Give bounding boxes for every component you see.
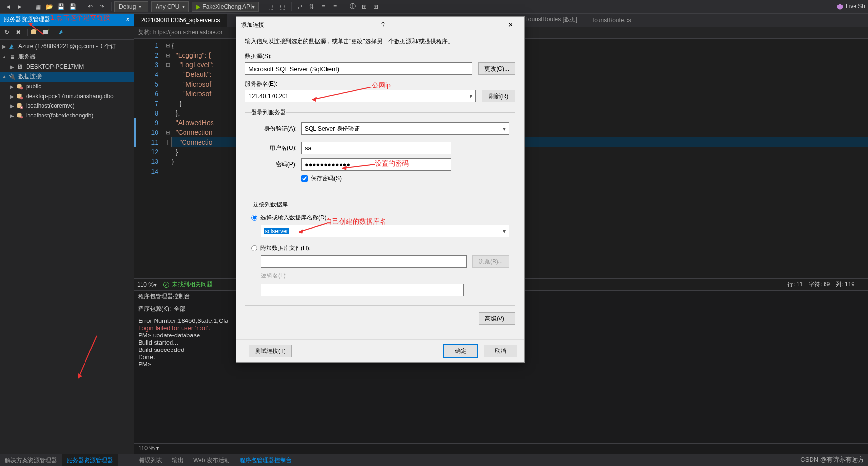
save-password-checkbox[interactable] (301, 175, 308, 182)
dialog-instruction: 输入信息以连接到选定的数据源，或单击"更改"选择另一个数据源和/或提供程序。 (245, 37, 515, 45)
svg-text:+: + (47, 29, 50, 33)
tree-servers[interactable]: ▲🖥服务器 (0, 52, 134, 62)
toolbar-icon-8[interactable]: ⊞ (359, 1, 370, 12)
toolbar-icon-7[interactable]: ⓘ (347, 1, 358, 12)
nav-back-icon[interactable]: ◄ (3, 1, 14, 12)
toolbar-icon-1[interactable]: ⬚ (265, 1, 276, 12)
undo-icon[interactable]: ↶ (85, 1, 96, 12)
bottom-left-tabstrip: 解决方案资源管理器 服务器资源管理器 (0, 454, 118, 466)
panel-title: 服务器资源管理器 ✕ (0, 14, 134, 26)
pm-source-dropdown[interactable]: 全部 (174, 305, 185, 313)
db-file-input (261, 255, 467, 268)
test-connection-button[interactable]: 测试连接(T) (249, 345, 292, 357)
data-conn-icon: 🔌 (8, 73, 16, 81)
tree-data-connections[interactable]: ▲🔌数据连接 (0, 72, 134, 82)
config-dropdown[interactable]: Debug (114, 1, 148, 12)
tab-file[interactable]: TouristRoute.cs (584, 14, 639, 27)
server-icon: 🖥 (15, 63, 24, 71)
save-all-icon[interactable]: 💾 (67, 1, 78, 12)
tree-azure[interactable]: ▶Azure (1768894221@qq.com - 0 个订 (0, 42, 134, 52)
svg-text:+: + (35, 29, 38, 33)
username-input[interactable] (301, 142, 451, 154)
tree-desktop[interactable]: ▶🖥DESKTOP-PCE17MM (0, 62, 134, 72)
tree-db-item[interactable]: ▶desktop-pce17mm.dianshang.dbo (0, 91, 134, 101)
toolbar-icon-5[interactable]: ≡ (318, 1, 328, 12)
database-icon (15, 92, 24, 100)
new-icon[interactable]: ▦ (32, 1, 43, 12)
auth-combo[interactable]: SQL Server 身份验证 (301, 122, 509, 135)
cursor-position: 行: 11字符: 69列: 119 (787, 280, 860, 289)
check-icon: ✓ (163, 282, 169, 288)
advanced-button[interactable]: 高级(V)... (479, 312, 515, 325)
live-share-button[interactable]: Live Sh (837, 3, 865, 10)
db-attach-radio-input[interactable] (251, 245, 257, 251)
db-attach-radio[interactable]: 附加数据库文件(H): (251, 244, 509, 252)
db-select-radio-input[interactable] (251, 215, 257, 221)
tree-db-item[interactable]: ▶localhost(fakexiechengdb) (0, 111, 134, 120)
tab-server-explorer[interactable]: 服务器资源管理器 (62, 454, 118, 466)
password-label: 密码(P): (251, 160, 297, 169)
zoom-dropdown[interactable]: 110 % ▾ (137, 281, 157, 288)
fold-column: ⊟⊟⊟⊟| (163, 39, 172, 278)
issues-indicator[interactable]: ✓未找到相关问题 (163, 280, 213, 289)
toolbar-icon-3[interactable]: ⇄ (295, 1, 305, 12)
toolbar-icon-9[interactable]: ⊞ (370, 1, 381, 12)
dialog-footer: 测试连接(T) 确定 取消 (236, 339, 524, 362)
ok-button[interactable]: 确定 (444, 345, 478, 357)
db-name-combo[interactable]: sqlserver (261, 225, 509, 237)
browse-button: 浏览(B)... (472, 255, 509, 268)
change-button[interactable]: 更改(C)... (478, 62, 515, 75)
dialog-help-icon[interactable]: ? (374, 21, 392, 29)
cancel-button[interactable]: 取消 (484, 345, 517, 357)
login-legend: 登录到服务器 (251, 108, 286, 116)
platform-dropdown[interactable]: Any CPU (151, 1, 189, 12)
panel-toolbar: ↻ ✖ + + (0, 26, 134, 40)
database-icon (15, 83, 24, 90)
toolbar-icon-4[interactable]: ⇅ (306, 1, 317, 12)
main-toolbar: ◄ ► ▦ 📂 💾 💾 ↶ ↷ Debug Any CPU ▶FakeXieCh… (0, 0, 868, 14)
pm-zoom[interactable]: 110 % ▾ (134, 443, 868, 454)
tab-file[interactable]: .TouristRoutes [数据] (517, 13, 584, 27)
toolbar-icon-6[interactable]: ≡ (329, 1, 340, 12)
azure-node-icon (8, 43, 16, 51)
connect-db-icon[interactable]: + (29, 28, 39, 37)
db-select-radio[interactable]: 选择或输入数据库名称(D): (251, 214, 509, 222)
tab-file-active[interactable]: 20210908113356_sqlserver.cs (134, 14, 227, 27)
refresh-icon[interactable]: ↻ (2, 28, 12, 37)
stop-icon[interactable]: ✖ (14, 28, 23, 37)
dialog-titlebar: 添加连接 ? ✕ (236, 17, 524, 32)
connect-server-icon[interactable]: + (41, 28, 51, 37)
user-label: 用户名(U): (251, 144, 297, 152)
server-combo[interactable]: 121.40.170.201 (245, 90, 476, 102)
datasource-input (245, 62, 472, 75)
save-icon[interactable]: 💾 (56, 1, 66, 12)
auth-label: 身份验证(A): (251, 125, 297, 133)
refresh-button[interactable]: 刷新(R) (482, 90, 515, 102)
save-password-check[interactable]: 保存密码(S) (301, 175, 509, 183)
server-folder-icon: 🖥 (8, 53, 16, 61)
bottom-right-tabstrip: 错误列表 输出 Web 发布活动 程序包管理器控制台 (134, 454, 297, 466)
tab-error-list[interactable]: 错误列表 (134, 454, 167, 466)
tree-db-item[interactable]: ▶public (0, 82, 134, 91)
password-input[interactable] (301, 158, 451, 171)
azure-icon[interactable] (57, 28, 67, 37)
open-icon[interactable]: 📂 (44, 1, 55, 12)
database-icon (15, 102, 24, 110)
run-button[interactable]: ▶FakeXieCheng.API ▾ (192, 2, 259, 12)
tab-web-publish[interactable]: Web 发布活动 (188, 454, 235, 466)
play-icon: ▶ (196, 3, 200, 10)
nav-fwd-icon[interactable]: ► (14, 1, 25, 12)
tree-db-item[interactable]: ▶localhost(coremvc) (0, 101, 134, 111)
panel-close-icon[interactable]: ✕ (126, 16, 130, 23)
datasource-label: 数据源(S): (245, 52, 515, 60)
add-connection-dialog: 添加连接 ? ✕ 输入信息以连接到选定的数据源，或单击"更改"选择另一个数据源和… (236, 16, 525, 363)
dialog-close-icon[interactable]: ✕ (502, 21, 519, 29)
server-explorer-panel: 服务器资源管理器 ✕ ↻ ✖ + + ▶Azure (1768894221@qq… (0, 14, 134, 454)
tab-solution-explorer[interactable]: 解决方案资源管理器 (0, 454, 62, 466)
toolbar-icon-2[interactable]: ⬚ (277, 1, 287, 12)
tab-output[interactable]: 输出 (167, 454, 188, 466)
redo-icon[interactable]: ↷ (97, 1, 107, 12)
server-label: 服务器名(E): (245, 80, 515, 88)
tab-pm-console[interactable]: 程序包管理器控制台 (235, 454, 297, 466)
logical-name-label: 逻辑名(L): (261, 272, 287, 280)
